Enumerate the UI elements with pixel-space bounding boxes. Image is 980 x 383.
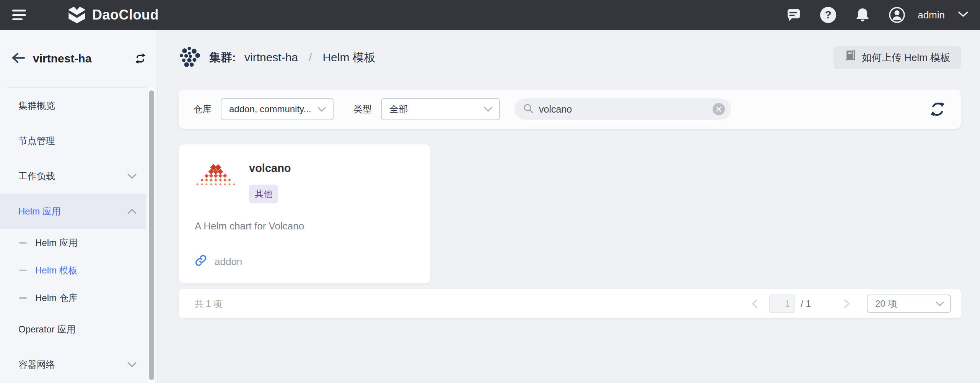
sidebar-item-helm-repos[interactable]: Helm 仓库 [0, 284, 146, 312]
sidebar-item-label: 工作负载 [18, 170, 55, 182]
next-page-icon[interactable] [842, 299, 851, 309]
total-count: 共 1 项 [195, 298, 222, 310]
sidebar-item-label: Helm 模板 [35, 264, 78, 277]
chevron-down-icon [127, 362, 137, 368]
sidebar-item-workloads[interactable]: 工作负载 [0, 159, 146, 194]
hamburger-menu-icon[interactable] [12, 10, 27, 20]
main-content: 集群: virtnest-ha / Helm 模板 如何上传 Helm 模板 [158, 30, 980, 383]
sidebar-item-helm-templates[interactable]: Helm 模板 [0, 257, 146, 284]
sidebar: virtnest-ha 集群概览 节点管理 工作负载 [0, 30, 158, 383]
sidebar-item-helm-apps[interactable]: Helm 应用 [0, 229, 146, 257]
sidebar-item-label: Operator 应用 [18, 323, 75, 336]
sidebar-menu: 集群概览 节点管理 工作负载 Helm 应用 Helm 应用 [0, 88, 146, 382]
link-icon [195, 254, 207, 269]
search-box [514, 98, 731, 120]
filter-bar: 仓库 addon, community... 类型 全部 [179, 90, 961, 129]
page-number-input[interactable] [769, 295, 795, 313]
category-badge: 其他 [249, 185, 278, 203]
helm-template-card[interactable]: volcano 其他 A Helm chart for Volcano addo… [179, 144, 430, 283]
daocloud-logo-mark-icon [67, 4, 87, 26]
page-size-value: 20 项 [875, 298, 936, 310]
card-title: volcano [249, 162, 291, 175]
sidebar-item-label: Helm 应用 [35, 237, 78, 249]
back-arrow-icon[interactable] [11, 52, 25, 65]
switch-cluster-icon[interactable] [134, 53, 147, 64]
chevron-down-icon [127, 173, 137, 179]
how-to-upload-button[interactable]: 如何上传 Helm 模板 [833, 46, 961, 69]
help-icon[interactable]: ? [820, 7, 837, 23]
book-icon [844, 50, 856, 65]
sidebar-item-container-network[interactable]: 容器网络 [0, 347, 146, 382]
sidebar-scrollbar [148, 88, 155, 383]
breadcrumb-current: Helm 模板 [322, 50, 375, 65]
sidebar-item-label: Helm 应用 [18, 205, 61, 218]
sidebar-item-node-management[interactable]: 节点管理 [0, 123, 146, 159]
chevron-up-icon [127, 208, 137, 214]
refresh-icon[interactable] [929, 100, 946, 118]
clear-search-icon[interactable] [713, 103, 725, 115]
sidebar-item-label: 容器网络 [18, 358, 55, 371]
page-size-select[interactable]: 20 项 [867, 295, 951, 313]
bell-icon[interactable] [854, 7, 871, 23]
cluster-dots-icon [179, 45, 201, 70]
brand-logo[interactable]: DaoCloud [67, 4, 159, 26]
breadcrumb-cluster[interactable]: virtnest-ha [244, 51, 298, 64]
dash-icon [19, 297, 27, 299]
scrollbar-thumb[interactable] [149, 90, 154, 380]
breadcrumb-prefix: 集群: [209, 50, 236, 65]
page-count: / 1 [801, 298, 811, 309]
chevron-down-icon[interactable] [958, 11, 969, 19]
type-filter-label: 类型 [353, 103, 372, 115]
chevron-down-icon [484, 104, 492, 115]
search-icon [523, 103, 534, 115]
sidebar-item-label: 节点管理 [18, 135, 55, 147]
repo-select-value: addon, community... [229, 104, 317, 115]
chevron-down-icon [317, 104, 326, 115]
card-description: A Helm chart for Volcano [195, 220, 414, 232]
breadcrumb-separator: / [309, 51, 312, 64]
sidebar-item-helm-apps-group[interactable]: Helm 应用 [0, 194, 146, 229]
sidebar-item-operator-apps[interactable]: Operator 应用 [0, 312, 146, 347]
prev-page-icon[interactable] [750, 299, 759, 309]
chevron-down-icon [936, 298, 944, 309]
help-glyph: ? [825, 9, 832, 21]
user-name[interactable]: admin [918, 9, 945, 21]
repo-filter-label: 仓库 [193, 103, 212, 115]
cluster-title: virtnest-ha [33, 52, 91, 65]
breadcrumb: 集群: virtnest-ha / Helm 模板 [179, 45, 376, 70]
top-bar: DaoCloud ? admin [0, 0, 980, 30]
sidebar-item-label: Helm 仓库 [35, 292, 78, 304]
avatar[interactable] [889, 7, 905, 23]
type-select-value: 全部 [389, 103, 484, 115]
repo-select[interactable]: addon, community... [221, 98, 334, 120]
message-icon[interactable] [785, 7, 802, 23]
search-input[interactable] [539, 104, 707, 115]
sidebar-item-cluster-overview[interactable]: 集群概览 [0, 88, 146, 123]
how-to-upload-label: 如何上传 Helm 模板 [862, 51, 950, 64]
volcano-logo-icon [195, 160, 237, 203]
card-repo-name: addon [215, 256, 242, 268]
dash-icon [19, 242, 27, 244]
type-select[interactable]: 全部 [381, 98, 500, 120]
sidebar-item-label: 集群概览 [18, 100, 55, 112]
brand-name: DaoCloud [92, 7, 159, 23]
dash-icon [19, 270, 27, 271]
pagination-bar: 共 1 项 / 1 20 项 [179, 289, 961, 318]
